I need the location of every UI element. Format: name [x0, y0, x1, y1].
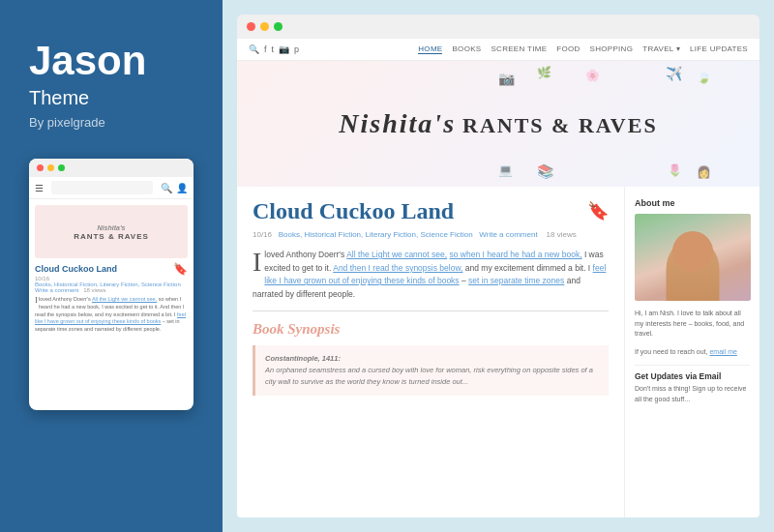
deco-flowers1: 🌸	[585, 69, 600, 82]
drop-cap: I	[253, 249, 261, 276]
browser-content: 🔍 f t 📷 p HOME BOOKS SCREEN TIME FOOD SH…	[237, 39, 759, 517]
site-nav: 🔍 f t 📷 p HOME BOOKS SCREEN TIME FOOD SH…	[237, 39, 759, 61]
deco-laptop: 💻	[498, 163, 513, 177]
site-nav-icons: 🔍 f t 📷 p	[249, 44, 299, 54]
highlight-5: set in separate time zones	[468, 276, 564, 285]
sidebar-avatar	[635, 214, 751, 301]
deco-leaf2: 🍃	[697, 71, 711, 84]
quote-title: Constantinople, 1411:	[265, 354, 341, 363]
search-icon[interactable]: 🔍	[249, 44, 259, 54]
nav-books[interactable]: BOOKS	[452, 44, 481, 54]
instagram-icon[interactable]: 📷	[279, 44, 289, 54]
theme-subtitle: Theme	[29, 87, 194, 109]
mobile-preview: ☰ 🔍 👤 Nishita's RANTS & RAVES Cloud Cuck…	[29, 159, 194, 410]
book-synopsis-title: Book Synopsis	[253, 321, 609, 338]
mobile-menu-icon: ☰	[35, 183, 44, 193]
main-content: Cloud Cuckoo Land 🔖 10/16 Books, Histori…	[237, 187, 759, 517]
mobile-dot-green	[58, 164, 65, 171]
browser-dot-red	[247, 22, 255, 31]
mobile-dot-yellow	[47, 164, 54, 171]
mobile-post-excerpt: I loved Anthony Doerr's All the Light we…	[35, 296, 188, 333]
mobile-top-bar	[29, 159, 194, 177]
browser-chrome	[237, 15, 759, 39]
mobile-nav: ☰ 🔍 👤	[29, 177, 194, 199]
mobile-post-title: Cloud Cuckoo Land	[35, 264, 117, 274]
sidebar: About me Hi, I am Nish. I love to talk a…	[624, 187, 759, 517]
post-date: 10/16	[253, 230, 272, 239]
blog-name-bold: RANTS & RAVES	[462, 113, 658, 137]
theme-title: Jason	[29, 39, 194, 83]
post-excerpt: I loved Anthony Doerr's All the Light we…	[253, 249, 609, 301]
blog-header-title: Nishita's RANTS & RAVES	[339, 108, 657, 139]
highlight-1: All the Light we cannot see,	[346, 250, 447, 259]
browser-dot-yellow	[260, 22, 269, 31]
pinterest-icon[interactable]: p	[294, 44, 299, 54]
mobile-blog-header: Nishita's RANTS & RAVES	[35, 205, 188, 258]
blog-header: 📷 🌿 🌸 ✈️ 🍃 💻 📚 🌷 👩 Nishita's RANTS & RAV…	[237, 61, 759, 187]
sidebar-contact-text: If you need to reach out, email me	[635, 347, 750, 358]
post-bookmark-icon: 🔖	[587, 200, 609, 222]
deco-leaf1: 🌿	[537, 66, 551, 79]
browser-dot-green	[274, 22, 283, 31]
facebook-icon[interactable]: f	[264, 44, 267, 54]
mobile-blog-header-text: Nishita's RANTS & RAVES	[74, 223, 149, 241]
theme-author: By pixelgrade	[29, 115, 194, 130]
quote-text: An orphaned seamstress and a cursed boy …	[265, 366, 593, 386]
mobile-dot-red	[37, 164, 44, 171]
post-divider	[253, 310, 609, 311]
deco-camera: 📷	[498, 71, 515, 86]
sidebar-about-title: About me	[635, 198, 750, 208]
sidebar-updates-title: Get Updates via Email	[635, 365, 750, 381]
deco-book: 📚	[537, 163, 553, 179]
left-panel: Jason Theme By pixelgrade ☰ 🔍 👤 Nishita'…	[0, 0, 223, 532]
post-title: Cloud Cuckoo Land	[253, 198, 454, 224]
twitter-icon[interactable]: t	[272, 44, 275, 54]
site-nav-links: HOME BOOKS SCREEN TIME FOOD SHOPPING TRA…	[418, 44, 748, 54]
nav-home[interactable]: HOME	[418, 44, 442, 54]
sidebar-email-link[interactable]: email me	[709, 348, 736, 355]
blog-name-italic: Nishita's	[339, 108, 456, 138]
nav-shopping[interactable]: SHOPPING	[590, 44, 634, 54]
mobile-bookmark-icon: 🔖	[173, 262, 188, 276]
nav-screen-time[interactable]: SCREEN TIME	[491, 44, 547, 54]
sidebar-updates-text: Don't miss a thing! Sign up to receive a…	[635, 384, 750, 404]
mobile-search-bar	[51, 181, 153, 194]
post-meta: 10/16 Books, Historical Fiction, Literar…	[253, 229, 609, 241]
deco-avatar: 👩	[697, 165, 711, 179]
deco-plane: ✈️	[666, 66, 682, 81]
nav-food[interactable]: FOOD	[556, 44, 580, 54]
right-panel: 🔍 f t 📷 p HOME BOOKS SCREEN TIME FOOD SH…	[223, 0, 774, 532]
quote-block: Constantinople, 1411: An orphaned seamst…	[253, 345, 609, 396]
highlight-2: so when I heard he had a new book,	[449, 250, 581, 259]
mobile-profile-icon: 👤	[176, 183, 188, 193]
highlight-3: And then I read the synopsis below,	[333, 263, 462, 273]
post-area: Cloud Cuckoo Land 🔖 10/16 Books, Histori…	[237, 187, 624, 517]
mobile-search-icon: 🔍	[161, 183, 172, 193]
sidebar-about-text: Hi, I am Nish. I love to talk about all …	[635, 309, 750, 340]
mobile-content: Nishita's RANTS & RAVES Cloud Cuckoo Lan…	[29, 199, 194, 339]
post-category-books[interactable]: Books, Historical Fiction, Literary Fict…	[279, 230, 473, 239]
nav-travel[interactable]: TRAVEL ▾	[642, 44, 680, 54]
post-views: 18 views	[547, 230, 577, 239]
deco-flowers2: 🌷	[668, 163, 682, 177]
post-write-comment[interactable]: Write a comment	[479, 230, 537, 239]
mobile-post-meta: 10/16 Books, Historical Fiction, Literar…	[35, 276, 188, 293]
nav-life-updates[interactable]: LIFE UPDATES	[690, 44, 748, 54]
